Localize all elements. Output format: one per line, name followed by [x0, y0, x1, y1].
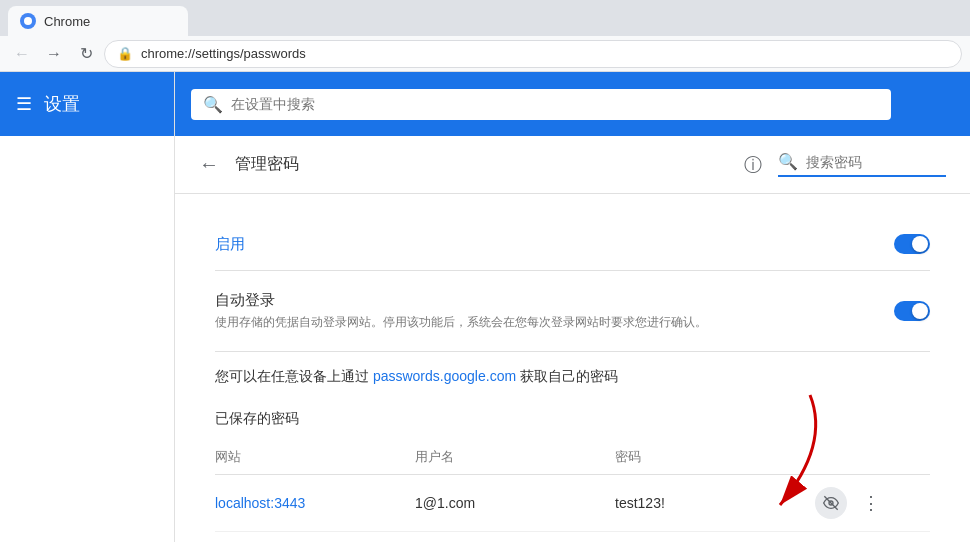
auto-login-toggle-knob [912, 303, 928, 319]
sidebar: ☰ 设置 [0, 72, 175, 542]
sidebar-header: ☰ 设置 [0, 72, 174, 136]
password-actions: ⋮ [815, 487, 930, 519]
password-content: ← 管理密码 ⓘ 🔍 启用 [175, 136, 970, 542]
enable-toggle[interactable] [894, 234, 930, 254]
auto-login-text: 自动登录 使用存储的凭据自动登录网站。停用该功能后，系统会在您每次登录网站时要求… [215, 291, 894, 331]
table-header: 网站 用户名 密码 [215, 440, 930, 475]
tab-label: Chrome [44, 14, 90, 29]
site-link[interactable]: localhost:3443 [215, 495, 415, 511]
address-bar[interactable]: 🔒 chrome://settings/passwords [104, 40, 962, 68]
toggle-knob [912, 236, 928, 252]
back-to-settings-button[interactable]: ← [199, 153, 219, 176]
col-password: 密码 [615, 448, 815, 466]
back-button[interactable]: ← [8, 40, 36, 68]
address-text: chrome://settings/passwords [141, 46, 306, 61]
forward-button[interactable]: → [40, 40, 68, 68]
search-password-box[interactable]: 🔍 [778, 152, 946, 177]
sync-link[interactable]: passwords.google.com [373, 368, 516, 384]
row-wrapper: localhost:3443 1@1.com test123! [215, 475, 930, 532]
col-username: 用户名 [415, 448, 615, 466]
table-row: localhost:3443 1@1.com test123! [215, 475, 930, 532]
search-password-icon: 🔍 [778, 152, 798, 171]
saved-passwords-title: 已保存的密码 [215, 410, 930, 428]
username-cell: 1@1.com [415, 495, 615, 511]
enable-row: 启用 [215, 218, 930, 271]
enable-label: 启用 [215, 235, 245, 254]
show-password-button[interactable] [815, 487, 847, 519]
browser-tab[interactable]: Chrome [8, 6, 188, 36]
search-input[interactable] [231, 96, 879, 112]
reload-button[interactable]: ↻ [72, 40, 100, 68]
auto-login-row: 自动登录 使用存储的凭据自动登录网站。停用该功能后，系统会在您每次登录网站时要求… [215, 271, 930, 352]
auto-login-title: 自动登录 [215, 291, 894, 310]
saved-passwords-section: 已保存的密码 网站 用户名 密码 [215, 410, 930, 532]
settings-search-bar: 🔍 [175, 72, 970, 136]
password-cell: test123! [615, 495, 815, 511]
page-title: 管理密码 [235, 154, 744, 175]
auto-login-toggle[interactable] [894, 301, 930, 321]
sidebar-title: 设置 [44, 92, 80, 116]
tab-favicon [20, 13, 36, 29]
settings-body: 启用 自动登录 使用存储的凭据自动登录网站。停用该功能后，系统会在您每次登录网站… [175, 194, 970, 542]
auto-login-desc: 使用存储的凭据自动登录网站。停用该功能后，系统会在您每次登录网站时要求您进行确认… [215, 314, 894, 331]
sync-text-before: 您可以在任意设备上通过 [215, 368, 369, 384]
main-content: 🔍 ← 管理密码 ⓘ 🔍 [175, 72, 970, 542]
nav-bar: ← → ↻ 🔒 chrome://settings/passwords [0, 36, 970, 72]
password-header: ← 管理密码 ⓘ 🔍 [175, 136, 970, 194]
hamburger-icon[interactable]: ☰ [16, 93, 32, 115]
help-icon[interactable]: ⓘ [744, 153, 762, 177]
sync-text-after: 获取自己的密码 [520, 368, 618, 384]
secure-icon: 🔒 [117, 46, 133, 61]
col-site: 网站 [215, 448, 415, 466]
search-box[interactable]: 🔍 [191, 89, 891, 120]
svg-line-2 [824, 496, 837, 509]
sync-text: 您可以在任意设备上通过 passwords.google.com 获取自己的密码 [215, 352, 930, 402]
more-options-button[interactable]: ⋮ [855, 487, 887, 519]
search-password-input[interactable] [806, 154, 946, 170]
search-icon: 🔍 [203, 95, 223, 114]
